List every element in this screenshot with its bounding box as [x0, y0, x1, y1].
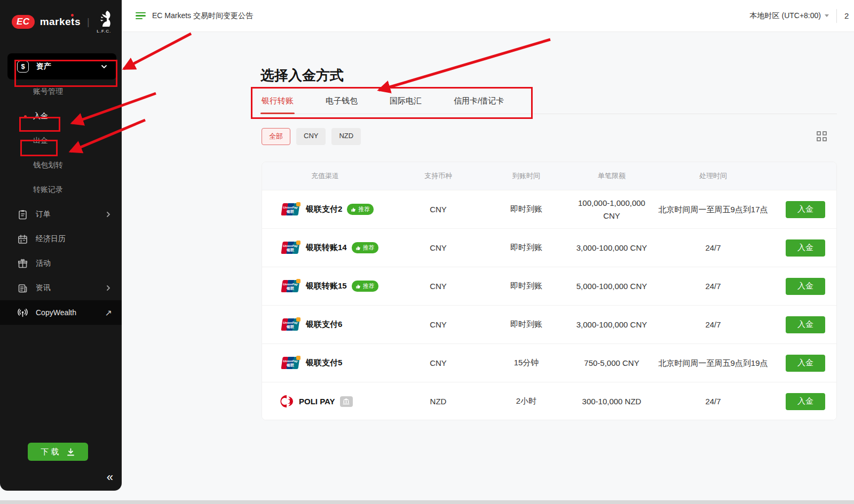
- channel-name: 银联转账14: [306, 243, 347, 253]
- filter-cny[interactable]: CNY: [296, 128, 326, 145]
- svg-text:UnionPay: UnionPay: [283, 283, 298, 286]
- unionpay-logo-icon: UnionPay 银联: [280, 202, 301, 217]
- bank-icon: [343, 398, 350, 405]
- tab-bank-transfer[interactable]: 银行转账: [260, 91, 295, 114]
- sidebar-item-transfer-records[interactable]: 转账记录: [0, 178, 122, 202]
- poli-logo-icon: [280, 394, 294, 409]
- hours-cell: 24/7: [652, 396, 774, 407]
- sidebar-item-economic-calendar[interactable]: 经济日历: [0, 227, 122, 251]
- table-row: UnionPay 银联 银联转账14 推荐 CNY 即时到账 3,000-100…: [262, 228, 836, 267]
- annotation-arrow-assets: [124, 34, 191, 69]
- currency-cell: CNY: [396, 243, 481, 252]
- hours-cell: 北京时间周一至周五9点到17点: [652, 204, 774, 215]
- svg-text:UnionPay: UnionPay: [283, 206, 298, 209]
- broadcast-icon: [17, 307, 28, 318]
- sidebar-item-deposit[interactable]: 入金: [0, 104, 122, 129]
- tab-credit-debit-card[interactable]: 信用卡/借记卡: [453, 91, 505, 114]
- action-cell: 入金: [774, 316, 836, 333]
- download-button[interactable]: 下载: [28, 443, 88, 461]
- svg-text:UnionPay: UnionPay: [283, 359, 298, 363]
- sidebar-item-account-mgmt[interactable]: 账号管理: [0, 79, 122, 104]
- arrival-cell: 即时到账: [481, 319, 572, 330]
- limit-cell: 750-5,000 CNY: [572, 357, 652, 369]
- limit-cell: 100,000-1,000,000 CNY: [572, 197, 652, 222]
- action-cell: 入金: [774, 201, 836, 218]
- deposit-button[interactable]: 入金: [786, 239, 825, 257]
- sidebar-item-label: 经济日历: [36, 234, 112, 244]
- unionpay-logo-icon: UnionPay 银联: [280, 241, 301, 255]
- deposit-channels-table: 充值渠道 支持币种 到账时间 单笔限额 处理时间 UnionPay 银联: [262, 162, 837, 420]
- deposit-button[interactable]: 入金: [786, 355, 825, 372]
- channel-name: 银联转账15: [306, 281, 347, 291]
- limit-cell: 5,000-100,000 CNY: [572, 280, 652, 292]
- lfc-label: L.F.C.: [97, 29, 111, 34]
- recommend-badge-label: 推荐: [363, 282, 375, 290]
- deposit-button[interactable]: 入金: [786, 316, 825, 333]
- sidebar-item-label: 活动: [36, 259, 112, 268]
- chevron-right-icon: [105, 284, 112, 292]
- ec-logo-wordmark: markets: [40, 16, 81, 28]
- arrival-cell: 即时到账: [481, 204, 572, 214]
- thumb-up-icon: [355, 284, 361, 289]
- sidebar-item-label: 出金: [33, 136, 48, 146]
- caret-down-icon: [825, 14, 829, 17]
- lfc-logo: L.F.C.: [96, 10, 112, 34]
- deposit-button[interactable]: 入金: [786, 201, 825, 218]
- header-hours: 处理时间: [652, 171, 774, 181]
- sidebar-item-copywealth[interactable]: CopyWealth ↗: [0, 300, 122, 325]
- channel-cell: UnionPay 银联 POLI PAY: [262, 394, 396, 409]
- liver-bird-icon: [96, 10, 112, 28]
- table-row: UnionPay 银联 POLI PAY NZD 2小时 300-10,000 …: [262, 382, 836, 420]
- filter-all[interactable]: 全部: [262, 128, 290, 145]
- channel-name: POLI PAY: [299, 397, 335, 406]
- collapse-sidebar-icon[interactable]: «: [107, 470, 113, 484]
- sidebar-item-label: 资讯: [36, 283, 105, 293]
- sidebar-item-assets[interactable]: $ 资产: [7, 53, 116, 79]
- channel-name: 银联支付6: [306, 319, 342, 330]
- currency-cell: CNY: [396, 205, 481, 214]
- sidebar-item-withdraw[interactable]: 出金: [0, 129, 122, 153]
- tab-international-wire[interactable]: 国际电汇: [389, 91, 423, 114]
- deposit-button[interactable]: 入金: [786, 278, 825, 295]
- clock-text: 2: [844, 11, 854, 20]
- chevron-right-icon: [105, 211, 112, 218]
- hours-cell: 24/7: [652, 281, 774, 292]
- currency-cell: NZD: [396, 397, 481, 406]
- filter-nzd[interactable]: NZD: [331, 128, 361, 145]
- thumb-up-icon: [351, 207, 356, 212]
- topbar: EC Markets 交易时间变更公告 本地时区 (UTC+8:00) 2: [122, 0, 854, 32]
- deposit-button[interactable]: 入金: [786, 393, 825, 410]
- svg-text:银联: 银联: [286, 247, 295, 252]
- recommend-badge: 推荐: [347, 204, 374, 215]
- hours-cell: 北京时间周一至周五9点到19点: [652, 357, 774, 369]
- timezone-selector[interactable]: 本地时区 (UTC+8:00): [750, 11, 829, 21]
- timezone-label: 本地时区 (UTC+8:00): [750, 11, 821, 21]
- sidebar-item-activities[interactable]: 活动: [0, 251, 122, 276]
- header-arrival: 到账时间: [481, 171, 572, 181]
- channel-cell: UnionPay 银联 银联转账15 推荐: [262, 279, 396, 293]
- page-title: 选择入金方式: [260, 66, 344, 85]
- gift-icon: [17, 258, 28, 269]
- tab-ewallet[interactable]: 电子钱包: [325, 91, 359, 114]
- grid-view-icon[interactable]: [817, 131, 828, 143]
- announcement-link[interactable]: EC Markets 交易时间变更公告: [136, 11, 253, 21]
- dollar-icon: $: [17, 61, 29, 73]
- sidebar-item-wallet-transfer[interactable]: 钱包划转: [0, 153, 122, 178]
- active-dot: [24, 115, 27, 118]
- sidebar-item-orders[interactable]: 订单: [0, 202, 122, 227]
- svg-text:银联: 银联: [286, 324, 295, 329]
- news-icon: [17, 283, 28, 294]
- clipboard-icon: [17, 209, 28, 220]
- arrival-cell: 即时到账: [481, 281, 572, 291]
- thumb-up-icon: [355, 245, 361, 251]
- currency-cell: CNY: [396, 282, 481, 291]
- sidebar-item-label: 账号管理: [33, 87, 63, 97]
- svg-text:银联: 银联: [286, 363, 295, 367]
- sidebar-item-news[interactable]: 资讯: [0, 276, 122, 300]
- download-label: 下载: [41, 447, 61, 457]
- limit-cell: 3,000-100,000 CNY: [572, 318, 652, 331]
- sidebar-item-label: 订单: [36, 210, 105, 219]
- table-body: UnionPay 银联 银联支付2 推荐 CNY 即时到账 100,000-1,…: [262, 190, 836, 420]
- unionpay-logo-icon: UnionPay 银联: [280, 317, 301, 332]
- table-header: 充值渠道 支持币种 到账时间 单笔限额 处理时间: [262, 162, 836, 190]
